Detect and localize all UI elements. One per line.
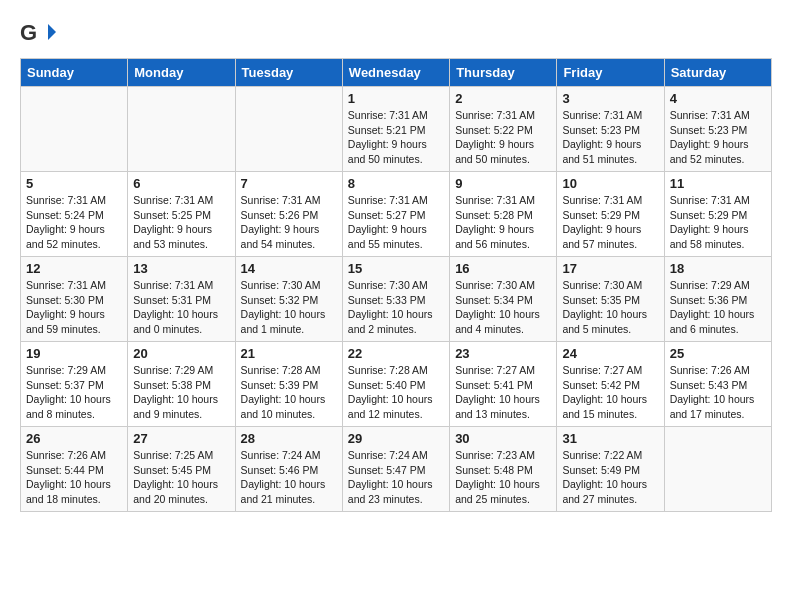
calendar-cell: 3Sunrise: 7:31 AM Sunset: 5:23 PM Daylig…: [557, 87, 664, 172]
day-info: Sunrise: 7:31 AM Sunset: 5:29 PM Dayligh…: [562, 193, 658, 252]
day-number: 11: [670, 176, 766, 191]
day-number: 13: [133, 261, 229, 276]
day-number: 22: [348, 346, 444, 361]
logo: G: [20, 20, 60, 48]
calendar-week-row: 19Sunrise: 7:29 AM Sunset: 5:37 PM Dayli…: [21, 342, 772, 427]
calendar-cell: 29Sunrise: 7:24 AM Sunset: 5:47 PM Dayli…: [342, 427, 449, 512]
calendar-cell: 15Sunrise: 7:30 AM Sunset: 5:33 PM Dayli…: [342, 257, 449, 342]
weekday-header-saturday: Saturday: [664, 59, 771, 87]
calendar-cell: 10Sunrise: 7:31 AM Sunset: 5:29 PM Dayli…: [557, 172, 664, 257]
day-number: 18: [670, 261, 766, 276]
calendar-cell: 31Sunrise: 7:22 AM Sunset: 5:49 PM Dayli…: [557, 427, 664, 512]
day-info: Sunrise: 7:30 AM Sunset: 5:35 PM Dayligh…: [562, 278, 658, 337]
day-number: 16: [455, 261, 551, 276]
weekday-header-monday: Monday: [128, 59, 235, 87]
calendar-body: 1Sunrise: 7:31 AM Sunset: 5:21 PM Daylig…: [21, 87, 772, 512]
weekday-header-wednesday: Wednesday: [342, 59, 449, 87]
day-info: Sunrise: 7:31 AM Sunset: 5:31 PM Dayligh…: [133, 278, 229, 337]
calendar-cell: 26Sunrise: 7:26 AM Sunset: 5:44 PM Dayli…: [21, 427, 128, 512]
day-info: Sunrise: 7:31 AM Sunset: 5:27 PM Dayligh…: [348, 193, 444, 252]
day-info: Sunrise: 7:30 AM Sunset: 5:34 PM Dayligh…: [455, 278, 551, 337]
day-info: Sunrise: 7:25 AM Sunset: 5:45 PM Dayligh…: [133, 448, 229, 507]
page-header: G: [20, 20, 772, 48]
day-info: Sunrise: 7:22 AM Sunset: 5:49 PM Dayligh…: [562, 448, 658, 507]
calendar-cell: 4Sunrise: 7:31 AM Sunset: 5:23 PM Daylig…: [664, 87, 771, 172]
day-number: 31: [562, 431, 658, 446]
day-number: 12: [26, 261, 122, 276]
calendar-header: SundayMondayTuesdayWednesdayThursdayFrid…: [21, 59, 772, 87]
day-number: 26: [26, 431, 122, 446]
calendar-week-row: 12Sunrise: 7:31 AM Sunset: 5:30 PM Dayli…: [21, 257, 772, 342]
svg-text:G: G: [20, 20, 37, 45]
day-info: Sunrise: 7:28 AM Sunset: 5:39 PM Dayligh…: [241, 363, 337, 422]
calendar-cell: 25Sunrise: 7:26 AM Sunset: 5:43 PM Dayli…: [664, 342, 771, 427]
day-info: Sunrise: 7:31 AM Sunset: 5:23 PM Dayligh…: [670, 108, 766, 167]
day-info: Sunrise: 7:28 AM Sunset: 5:40 PM Dayligh…: [348, 363, 444, 422]
day-info: Sunrise: 7:31 AM Sunset: 5:28 PM Dayligh…: [455, 193, 551, 252]
day-number: 8: [348, 176, 444, 191]
day-info: Sunrise: 7:24 AM Sunset: 5:47 PM Dayligh…: [348, 448, 444, 507]
calendar-cell: 11Sunrise: 7:31 AM Sunset: 5:29 PM Dayli…: [664, 172, 771, 257]
day-number: 5: [26, 176, 122, 191]
calendar-cell: 27Sunrise: 7:25 AM Sunset: 5:45 PM Dayli…: [128, 427, 235, 512]
svg-marker-1: [48, 24, 56, 40]
day-number: 23: [455, 346, 551, 361]
day-info: Sunrise: 7:31 AM Sunset: 5:24 PM Dayligh…: [26, 193, 122, 252]
day-number: 15: [348, 261, 444, 276]
calendar-cell: 5Sunrise: 7:31 AM Sunset: 5:24 PM Daylig…: [21, 172, 128, 257]
day-info: Sunrise: 7:31 AM Sunset: 5:29 PM Dayligh…: [670, 193, 766, 252]
calendar-week-row: 5Sunrise: 7:31 AM Sunset: 5:24 PM Daylig…: [21, 172, 772, 257]
day-info: Sunrise: 7:26 AM Sunset: 5:43 PM Dayligh…: [670, 363, 766, 422]
day-number: 25: [670, 346, 766, 361]
calendar-cell: 28Sunrise: 7:24 AM Sunset: 5:46 PM Dayli…: [235, 427, 342, 512]
day-info: Sunrise: 7:31 AM Sunset: 5:23 PM Dayligh…: [562, 108, 658, 167]
calendar-cell: 20Sunrise: 7:29 AM Sunset: 5:38 PM Dayli…: [128, 342, 235, 427]
day-number: 4: [670, 91, 766, 106]
day-info: Sunrise: 7:30 AM Sunset: 5:33 PM Dayligh…: [348, 278, 444, 337]
day-number: 21: [241, 346, 337, 361]
calendar-cell: 2Sunrise: 7:31 AM Sunset: 5:22 PM Daylig…: [450, 87, 557, 172]
day-number: 3: [562, 91, 658, 106]
day-number: 2: [455, 91, 551, 106]
day-number: 19: [26, 346, 122, 361]
day-info: Sunrise: 7:27 AM Sunset: 5:41 PM Dayligh…: [455, 363, 551, 422]
day-info: Sunrise: 7:26 AM Sunset: 5:44 PM Dayligh…: [26, 448, 122, 507]
weekday-header-thursday: Thursday: [450, 59, 557, 87]
calendar-cell: [21, 87, 128, 172]
calendar-cell: 6Sunrise: 7:31 AM Sunset: 5:25 PM Daylig…: [128, 172, 235, 257]
day-info: Sunrise: 7:24 AM Sunset: 5:46 PM Dayligh…: [241, 448, 337, 507]
day-info: Sunrise: 7:29 AM Sunset: 5:37 PM Dayligh…: [26, 363, 122, 422]
calendar-cell: 22Sunrise: 7:28 AM Sunset: 5:40 PM Dayli…: [342, 342, 449, 427]
weekday-header-sunday: Sunday: [21, 59, 128, 87]
day-info: Sunrise: 7:29 AM Sunset: 5:36 PM Dayligh…: [670, 278, 766, 337]
day-number: 6: [133, 176, 229, 191]
day-number: 17: [562, 261, 658, 276]
calendar-cell: 19Sunrise: 7:29 AM Sunset: 5:37 PM Dayli…: [21, 342, 128, 427]
logo-icon: G: [20, 20, 56, 48]
day-info: Sunrise: 7:31 AM Sunset: 5:21 PM Dayligh…: [348, 108, 444, 167]
day-info: Sunrise: 7:31 AM Sunset: 5:26 PM Dayligh…: [241, 193, 337, 252]
calendar-table: SundayMondayTuesdayWednesdayThursdayFrid…: [20, 58, 772, 512]
calendar-cell: 30Sunrise: 7:23 AM Sunset: 5:48 PM Dayli…: [450, 427, 557, 512]
calendar-cell: 18Sunrise: 7:29 AM Sunset: 5:36 PM Dayli…: [664, 257, 771, 342]
day-number: 10: [562, 176, 658, 191]
calendar-cell: 9Sunrise: 7:31 AM Sunset: 5:28 PM Daylig…: [450, 172, 557, 257]
day-info: Sunrise: 7:23 AM Sunset: 5:48 PM Dayligh…: [455, 448, 551, 507]
calendar-cell: 8Sunrise: 7:31 AM Sunset: 5:27 PM Daylig…: [342, 172, 449, 257]
calendar-cell: 14Sunrise: 7:30 AM Sunset: 5:32 PM Dayli…: [235, 257, 342, 342]
day-number: 9: [455, 176, 551, 191]
day-info: Sunrise: 7:27 AM Sunset: 5:42 PM Dayligh…: [562, 363, 658, 422]
day-number: 24: [562, 346, 658, 361]
calendar-week-row: 26Sunrise: 7:26 AM Sunset: 5:44 PM Dayli…: [21, 427, 772, 512]
weekday-header-friday: Friday: [557, 59, 664, 87]
weekday-header-tuesday: Tuesday: [235, 59, 342, 87]
day-number: 14: [241, 261, 337, 276]
calendar-cell: 12Sunrise: 7:31 AM Sunset: 5:30 PM Dayli…: [21, 257, 128, 342]
day-number: 7: [241, 176, 337, 191]
day-number: 30: [455, 431, 551, 446]
day-number: 1: [348, 91, 444, 106]
calendar-week-row: 1Sunrise: 7:31 AM Sunset: 5:21 PM Daylig…: [21, 87, 772, 172]
calendar-cell: [128, 87, 235, 172]
day-info: Sunrise: 7:31 AM Sunset: 5:22 PM Dayligh…: [455, 108, 551, 167]
calendar-cell: [664, 427, 771, 512]
